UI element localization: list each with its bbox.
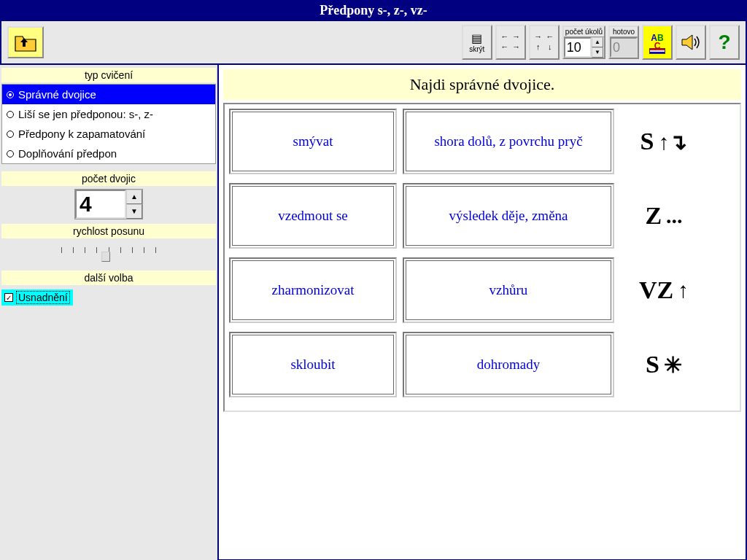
instruction-text: Najdi správné dvojice. [223,69,741,100]
tasks-input[interactable] [564,37,592,58]
done-input [610,37,638,58]
card-row: vzedmout sevýsledek děje, změnaZ... [229,183,735,249]
arrows-out-icon: ←→←→ [500,33,522,52]
option-label: Správné dvojice [18,88,96,101]
hint-symbol: S✳ [620,351,708,378]
flag-icon [649,48,665,54]
pairs-input[interactable] [75,190,126,219]
document-icon: ▤ [471,31,482,45]
arrows-in-button[interactable]: →←↑↓ [529,25,560,60]
checkbox-icon: ✓ [4,293,13,302]
hide-button[interactable]: ▤ skrýt [462,25,492,60]
done-spinner: hotovo [608,26,639,59]
option-label: Předpony k zapamatování [18,128,145,140]
option-label: Liší se jen předponou: s-, z- [18,108,153,120]
radio-icon [7,150,14,158]
sound-button[interactable] [676,25,706,60]
arrows-out-button[interactable]: ←→←→ [495,25,526,60]
ease-label: Usnadnění [16,291,70,304]
main-panel: Najdi správné dvojice. smývatshora dolů,… [217,65,747,560]
word-card-text: vzedmout se [232,186,394,246]
abc-button[interactable]: ABC [642,25,673,60]
tasks-up-button[interactable]: ▲ [592,37,603,47]
meaning-card[interactable]: výsledek děje, změna [403,183,614,249]
option-label: Doplňování předpon [18,147,117,160]
slider-thumb[interactable] [101,252,110,262]
radio-icon [7,111,14,118]
speed-slider[interactable] [61,247,156,260]
exercise-type-list: Správné dvojiceLiší se jen předponou: s-… [1,84,216,164]
cards-area: smývatshora dolů, z povrchu pryčS↑↴vzedm… [223,103,741,412]
exercise-type-header: typ cvičení [1,68,216,82]
open-folder-button[interactable] [7,26,44,58]
meaning-card-text: výsledek děje, změna [406,186,611,246]
speed-header: rychlost posunu [1,224,216,238]
pairs-up-button[interactable]: ▲ [126,190,142,204]
exercise-type-option[interactable]: Doplňování předpon [2,144,215,163]
word-card[interactable]: zharmonizovat [229,257,397,323]
tasks-down-button[interactable]: ▼ [592,47,603,58]
tasks-label: počet úkolů [564,27,604,36]
meaning-card-text: dohromady [406,335,611,394]
other-options-header: další volba [1,271,216,285]
radio-icon [7,91,14,98]
pairs-count-header: počet dvojic [1,171,216,186]
folder-up-icon [14,32,37,52]
help-button[interactable]: ? [709,25,740,60]
word-card-text: skloubit [232,335,394,394]
meaning-card[interactable]: dohromady [403,332,614,397]
toolbar: ▤ skrýt ←→←→ →←↑↓ počet úkolů ▲ ▼ hotovo [0,21,747,65]
speaker-icon [681,34,701,51]
pairs-down-button[interactable]: ▼ [126,204,142,219]
help-icon: ? [718,31,730,54]
radio-icon [7,131,14,138]
sidebar: typ cvičení Správné dvojiceLiší se jen p… [0,65,217,560]
done-label: hotovo [610,27,638,36]
card-row: smývatshora dolů, z povrchu pryčS↑↴ [229,109,735,174]
word-card-text: zharmonizovat [232,260,394,320]
meaning-card-text: vzhůru [406,260,611,320]
ease-checkbox-row[interactable]: ✓ Usnadnění [1,289,73,306]
hint-symbol: S↑↴ [620,128,708,155]
meaning-card-text: shora dolů, z povrchu pryč [406,112,611,171]
meaning-card[interactable]: shora dolů, z povrchu pryč [403,109,614,174]
word-card[interactable]: skloubit [229,332,397,397]
card-row: zharmonizovatvzhůruVZ↑ [229,257,735,323]
meaning-card[interactable]: vzhůru [403,257,614,323]
window-title: Předpony s-, z-, vz- [0,0,747,21]
word-card[interactable]: smývat [229,109,397,174]
exercise-type-option[interactable]: Předpony k zapamatování [2,124,215,144]
arrows-in-icon: →←↑↓ [533,33,555,52]
hint-symbol: VZ↑ [620,276,708,304]
word-card-text: smývat [232,112,394,171]
tasks-spinner: počet úkolů ▲ ▼ [562,26,605,59]
exercise-type-option[interactable]: Liší se jen předponou: s-, z- [2,104,215,124]
exercise-type-option[interactable]: Správné dvojice [2,85,215,104]
hide-label: skrýt [469,45,484,53]
hint-symbol: Z... [620,202,708,230]
pairs-spinner: ▲ ▼ [74,189,143,219]
word-card[interactable]: vzedmout se [229,183,397,249]
card-row: skloubitdohromadyS✳ [229,332,735,397]
